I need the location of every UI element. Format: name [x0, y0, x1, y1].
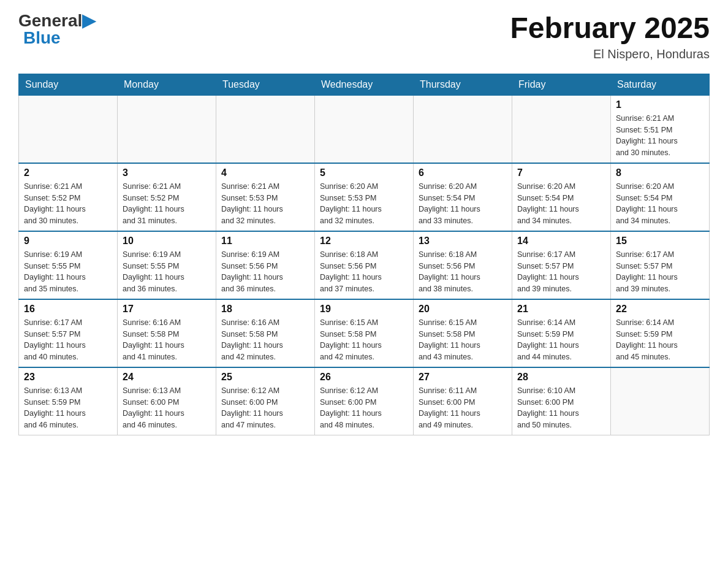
day-number: 11: [221, 236, 309, 247]
calendar-subtitle: El Nispero, Honduras: [510, 47, 710, 61]
day-info: Sunrise: 6:17 AMSunset: 5:57 PMDaylight:…: [616, 249, 704, 295]
logo-general-text: General▶: [18, 12, 96, 29]
calendar-cell: 19Sunrise: 6:15 AMSunset: 5:58 PMDayligh…: [315, 299, 414, 367]
day-number: 10: [123, 236, 211, 247]
day-info: Sunrise: 6:14 AMSunset: 5:59 PMDaylight:…: [517, 317, 605, 363]
day-number: 2: [24, 167, 112, 178]
day-info: Sunrise: 6:20 AMSunset: 5:54 PMDaylight:…: [517, 181, 605, 227]
calendar-cell: [216, 95, 315, 163]
calendar-cell: 25Sunrise: 6:12 AMSunset: 6:00 PMDayligh…: [216, 367, 315, 435]
calendar-week-row: 9Sunrise: 6:19 AMSunset: 5:55 PMDaylight…: [19, 231, 710, 299]
day-number: 15: [616, 236, 704, 247]
page-header: General▶ Blue February 2025 El Nispero, …: [18, 12, 710, 61]
day-number: 21: [517, 304, 605, 315]
calendar-cell: 15Sunrise: 6:17 AMSunset: 5:57 PMDayligh…: [611, 231, 710, 299]
calendar-cell: 21Sunrise: 6:14 AMSunset: 5:59 PMDayligh…: [512, 299, 611, 367]
day-number: 24: [123, 372, 211, 383]
day-info: Sunrise: 6:13 AMSunset: 5:59 PMDaylight:…: [24, 385, 112, 431]
calendar-cell: 22Sunrise: 6:14 AMSunset: 5:59 PMDayligh…: [611, 299, 710, 367]
day-info: Sunrise: 6:21 AMSunset: 5:52 PMDaylight:…: [24, 181, 112, 227]
day-number: 19: [320, 304, 408, 315]
calendar-table: SundayMondayTuesdayWednesdayThursdayFrid…: [18, 74, 710, 435]
day-of-week-header: Thursday: [414, 74, 512, 95]
calendar-cell: 20Sunrise: 6:15 AMSunset: 5:58 PMDayligh…: [414, 299, 512, 367]
calendar-cell: 2Sunrise: 6:21 AMSunset: 5:52 PMDaylight…: [19, 163, 118, 231]
day-number: 9: [24, 236, 112, 247]
day-number: 6: [419, 167, 507, 178]
calendar-week-row: 16Sunrise: 6:17 AMSunset: 5:57 PMDayligh…: [19, 299, 710, 367]
day-number: 25: [221, 372, 309, 383]
day-info: Sunrise: 6:14 AMSunset: 5:59 PMDaylight:…: [616, 317, 704, 363]
calendar-cell: 14Sunrise: 6:17 AMSunset: 5:57 PMDayligh…: [512, 231, 611, 299]
calendar-cell: 27Sunrise: 6:11 AMSunset: 6:00 PMDayligh…: [414, 367, 512, 435]
calendar-cell: 6Sunrise: 6:20 AMSunset: 5:54 PMDaylight…: [414, 163, 512, 231]
day-info: Sunrise: 6:21 AMSunset: 5:51 PMDaylight:…: [616, 113, 704, 159]
day-number: 18: [221, 304, 309, 315]
calendar-week-row: 2Sunrise: 6:21 AMSunset: 5:52 PMDaylight…: [19, 163, 710, 231]
calendar-cell: 13Sunrise: 6:18 AMSunset: 5:56 PMDayligh…: [414, 231, 512, 299]
day-number: 27: [419, 372, 507, 383]
day-info: Sunrise: 6:20 AMSunset: 5:53 PMDaylight:…: [320, 181, 408, 227]
day-number: 17: [123, 304, 211, 315]
day-number: 23: [24, 372, 112, 383]
day-number: 8: [616, 167, 704, 178]
day-number: 5: [320, 167, 408, 178]
calendar-cell: 11Sunrise: 6:19 AMSunset: 5:56 PMDayligh…: [216, 231, 315, 299]
calendar-cell: 4Sunrise: 6:21 AMSunset: 5:53 PMDaylight…: [216, 163, 315, 231]
calendar-cell: 9Sunrise: 6:19 AMSunset: 5:55 PMDaylight…: [19, 231, 118, 299]
day-info: Sunrise: 6:20 AMSunset: 5:54 PMDaylight:…: [419, 181, 507, 227]
calendar-cell: [19, 95, 118, 163]
day-info: Sunrise: 6:16 AMSunset: 5:58 PMDaylight:…: [123, 317, 211, 363]
calendar-cell: 24Sunrise: 6:13 AMSunset: 6:00 PMDayligh…: [118, 367, 216, 435]
day-info: Sunrise: 6:15 AMSunset: 5:58 PMDaylight:…: [320, 317, 408, 363]
day-number: 1: [616, 99, 704, 110]
title-section: February 2025 El Nispero, Honduras: [510, 12, 710, 61]
calendar-cell: 5Sunrise: 6:20 AMSunset: 5:53 PMDaylight…: [315, 163, 414, 231]
day-of-week-header: Friday: [512, 74, 611, 95]
day-info: Sunrise: 6:19 AMSunset: 5:55 PMDaylight:…: [123, 249, 211, 295]
calendar-cell: 26Sunrise: 6:12 AMSunset: 6:00 PMDayligh…: [315, 367, 414, 435]
calendar-cell: [414, 95, 512, 163]
day-number: 7: [517, 167, 605, 178]
calendar-cell: 10Sunrise: 6:19 AMSunset: 5:55 PMDayligh…: [118, 231, 216, 299]
day-info: Sunrise: 6:20 AMSunset: 5:54 PMDaylight:…: [616, 181, 704, 227]
calendar-cell: 23Sunrise: 6:13 AMSunset: 5:59 PMDayligh…: [19, 367, 118, 435]
day-info: Sunrise: 6:17 AMSunset: 5:57 PMDaylight:…: [24, 317, 112, 363]
calendar-cell: 7Sunrise: 6:20 AMSunset: 5:54 PMDaylight…: [512, 163, 611, 231]
calendar-week-row: 23Sunrise: 6:13 AMSunset: 5:59 PMDayligh…: [19, 367, 710, 435]
logo-blue-text: Blue: [23, 29, 61, 47]
day-info: Sunrise: 6:12 AMSunset: 6:00 PMDaylight:…: [221, 385, 309, 431]
calendar-header-row: SundayMondayTuesdayWednesdayThursdayFrid…: [19, 74, 710, 95]
day-info: Sunrise: 6:17 AMSunset: 5:57 PMDaylight:…: [517, 249, 605, 295]
day-info: Sunrise: 6:18 AMSunset: 5:56 PMDaylight:…: [419, 249, 507, 295]
day-number: 12: [320, 236, 408, 247]
calendar-cell: [512, 95, 611, 163]
day-info: Sunrise: 6:11 AMSunset: 6:00 PMDaylight:…: [419, 385, 507, 431]
day-info: Sunrise: 6:19 AMSunset: 5:56 PMDaylight:…: [221, 249, 309, 295]
calendar-cell: [118, 95, 216, 163]
calendar-cell: 8Sunrise: 6:20 AMSunset: 5:54 PMDaylight…: [611, 163, 710, 231]
day-info: Sunrise: 6:18 AMSunset: 5:56 PMDaylight:…: [320, 249, 408, 295]
day-of-week-header: Sunday: [19, 74, 118, 95]
day-info: Sunrise: 6:16 AMSunset: 5:58 PMDaylight:…: [221, 317, 309, 363]
day-number: 4: [221, 167, 309, 178]
calendar-cell: 16Sunrise: 6:17 AMSunset: 5:57 PMDayligh…: [19, 299, 118, 367]
day-of-week-header: Monday: [118, 74, 216, 95]
day-number: 16: [24, 304, 112, 315]
day-number: 26: [320, 372, 408, 383]
day-number: 22: [616, 304, 704, 315]
calendar-cell: [315, 95, 414, 163]
calendar-week-row: 1Sunrise: 6:21 AMSunset: 5:51 PMDaylight…: [19, 95, 710, 163]
day-of-week-header: Wednesday: [315, 74, 414, 95]
calendar-cell: 17Sunrise: 6:16 AMSunset: 5:58 PMDayligh…: [118, 299, 216, 367]
day-info: Sunrise: 6:21 AMSunset: 5:53 PMDaylight:…: [221, 181, 309, 227]
calendar-cell: 28Sunrise: 6:10 AMSunset: 6:00 PMDayligh…: [512, 367, 611, 435]
calendar-cell: 3Sunrise: 6:21 AMSunset: 5:52 PMDaylight…: [118, 163, 216, 231]
calendar-cell: 1Sunrise: 6:21 AMSunset: 5:51 PMDaylight…: [611, 95, 710, 163]
day-info: Sunrise: 6:12 AMSunset: 6:00 PMDaylight:…: [320, 385, 408, 431]
day-number: 14: [517, 236, 605, 247]
day-info: Sunrise: 6:19 AMSunset: 5:55 PMDaylight:…: [24, 249, 112, 295]
day-info: Sunrise: 6:10 AMSunset: 6:00 PMDaylight:…: [517, 385, 605, 431]
calendar-cell: 18Sunrise: 6:16 AMSunset: 5:58 PMDayligh…: [216, 299, 315, 367]
day-info: Sunrise: 6:21 AMSunset: 5:52 PMDaylight:…: [123, 181, 211, 227]
